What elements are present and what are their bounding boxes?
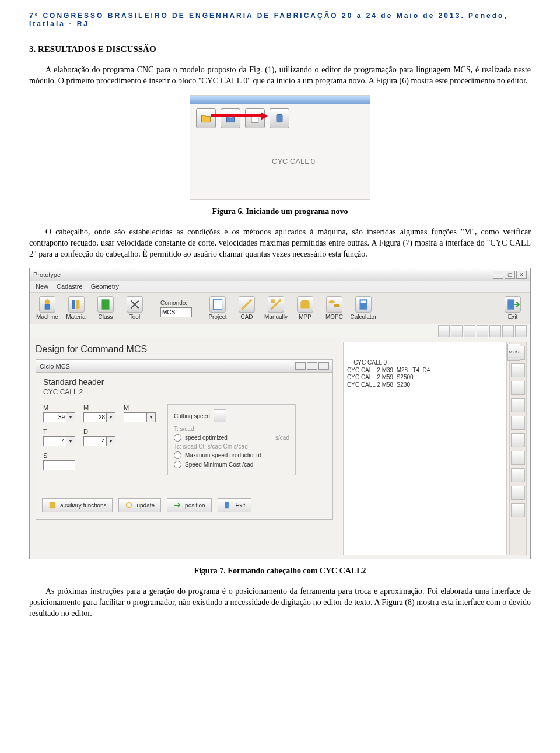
s-input[interactable] <box>43 460 75 470</box>
svg-point-14 <box>334 304 340 307</box>
para-3: As próximas instruções para a geração do… <box>29 586 531 619</box>
speed-opt-radio[interactable] <box>174 434 181 442</box>
chevron-down-icon[interactable]: ▾ <box>66 436 75 446</box>
tb-project[interactable]: Project <box>204 296 232 320</box>
sub-copy-icon[interactable] <box>489 325 501 337</box>
ciclo-max-icon[interactable] <box>307 362 317 370</box>
magnify-icon[interactable] <box>214 409 226 422</box>
fig6-text: CYC CALL 0 <box>272 157 315 166</box>
chevron-down-icon[interactable]: ▾ <box>107 412 116 422</box>
sub-new-icon[interactable] <box>438 325 450 337</box>
sub-save-icon[interactable] <box>515 325 527 337</box>
design-title: Design for Command MCS <box>36 344 333 355</box>
code-editor[interactable]: MCS CYC CALL 0 CYC CALL 2 M39 M28 T4 D4 … <box>343 342 507 555</box>
para-2: O cabeçalho, onde são estabelecidas as c… <box>29 227 531 260</box>
toolbar: Machine Material Class Tool Comondo: Pro… <box>30 293 530 324</box>
ciclo-window: Ciclo MCS Standard header CYC CALL 2 M▾ … <box>36 359 333 520</box>
side-toolbar <box>509 342 527 555</box>
menu-geometry[interactable]: Geometry <box>91 283 119 290</box>
svg-rect-3 <box>276 114 282 122</box>
sub-undo-icon[interactable] <box>502 325 514 337</box>
min-cost-radio[interactable] <box>174 461 181 468</box>
tb-tool[interactable]: Tool <box>121 296 149 320</box>
d-input[interactable] <box>83 436 107 446</box>
ciclo-title: Ciclo MCS <box>40 363 70 370</box>
max-icon[interactable]: ▢ <box>505 271 515 279</box>
ciclo-min-icon[interactable] <box>295 362 306 370</box>
menu-new[interactable]: New <box>36 283 48 290</box>
side-bore-icon[interactable] <box>511 468 525 482</box>
svg-rect-6 <box>72 300 75 309</box>
side-cyc-icon[interactable] <box>511 381 525 395</box>
svg-rect-12 <box>300 302 309 309</box>
m3-input[interactable] <box>124 412 147 422</box>
svg-rect-20 <box>225 502 228 509</box>
side-groove-icon[interactable] <box>511 433 525 447</box>
exit-button[interactable]: Exit <box>218 498 252 512</box>
section-title: 3. RESULTADOS E DISCUSSÃO <box>29 44 531 54</box>
para-1: A elaboração do programa CNC para o mode… <box>29 65 531 87</box>
m2-input[interactable] <box>83 412 107 422</box>
t-input[interactable] <box>43 436 66 446</box>
save-icon <box>220 108 240 128</box>
code-label: MCS <box>508 344 520 361</box>
svg-point-19 <box>127 503 132 508</box>
menu-cadastre[interactable]: Cadastre <box>57 283 83 290</box>
subbar <box>30 324 530 338</box>
side-m00-icon[interactable] <box>511 363 525 377</box>
aux-functions-button[interactable]: auxiliary functions <box>42 498 113 512</box>
comando-input[interactable] <box>160 307 192 317</box>
chevron-down-icon[interactable]: ▾ <box>107 436 116 446</box>
svg-rect-16 <box>361 301 366 303</box>
tb-material[interactable]: Material <box>62 296 90 320</box>
side-stock-icon[interactable] <box>511 486 525 500</box>
cutting-speed-box: Cutting speed T: s/cad speed optimizeds/… <box>167 404 296 475</box>
tb-class[interactable]: Class <box>92 296 120 320</box>
svg-rect-17 <box>508 300 514 310</box>
tb-exit[interactable]: Exit <box>499 296 527 320</box>
min-icon[interactable]: — <box>493 271 503 279</box>
side-thread-icon[interactable] <box>511 398 525 412</box>
comando-field: Comondo: <box>160 300 192 317</box>
close-icon[interactable]: ✕ <box>516 271 527 279</box>
max-speed-radio[interactable] <box>174 451 181 459</box>
cyc-label: CYC CALL 2 <box>43 388 326 396</box>
svg-point-4 <box>45 300 50 305</box>
db-icon <box>270 108 289 128</box>
svg-rect-7 <box>76 300 79 309</box>
std-header: Standard header <box>43 377 326 387</box>
sub-print-icon[interactable] <box>464 325 475 337</box>
svg-rect-9 <box>213 300 222 310</box>
side-list-icon[interactable] <box>511 503 525 517</box>
open-icon <box>196 108 216 128</box>
sub-cut-icon[interactable] <box>477 325 488 337</box>
tb-mpp[interactable]: MPP <box>291 296 319 320</box>
svg-point-13 <box>328 300 335 303</box>
tb-calculator[interactable]: Calculator <box>349 296 377 320</box>
chevron-down-icon[interactable]: ▾ <box>66 412 75 422</box>
side-turn-icon[interactable] <box>511 416 525 430</box>
sub-open-icon[interactable] <box>451 325 463 337</box>
app-title: Prototype <box>33 271 61 278</box>
svg-rect-5 <box>45 304 50 310</box>
prototype-app: Prototype — ▢ ✕ New Cadastre Geometry Ma… <box>29 268 531 559</box>
tb-manually[interactable]: Manually <box>262 296 290 320</box>
figure-6: CYC CALL 0 <box>190 95 370 200</box>
tb-cad[interactable]: CAD <box>233 296 261 320</box>
menubar: New Cadastre Geometry <box>30 281 530 293</box>
svg-rect-8 <box>102 300 110 310</box>
update-button[interactable]: update <box>118 498 161 512</box>
titlebar: Prototype — ▢ ✕ <box>30 268 530 281</box>
red-arrow <box>211 114 263 117</box>
svg-rect-18 <box>50 502 56 509</box>
tb-machine[interactable]: Machine <box>33 296 61 320</box>
chevron-down-icon[interactable]: ▾ <box>147 412 156 422</box>
fig7-caption: Figura 7. Formando cabeçalho com CYC CAL… <box>29 566 531 576</box>
ciclo-close-icon[interactable] <box>318 362 329 370</box>
m1-input[interactable] <box>43 412 66 422</box>
side-drill-icon[interactable] <box>511 451 525 465</box>
tb-mopc[interactable]: MOPC <box>320 296 348 320</box>
fig6-caption: Figura 6. Iniciando um programa novo <box>29 207 531 216</box>
position-button[interactable]: position <box>167 498 211 512</box>
svg-rect-10 <box>271 300 275 304</box>
